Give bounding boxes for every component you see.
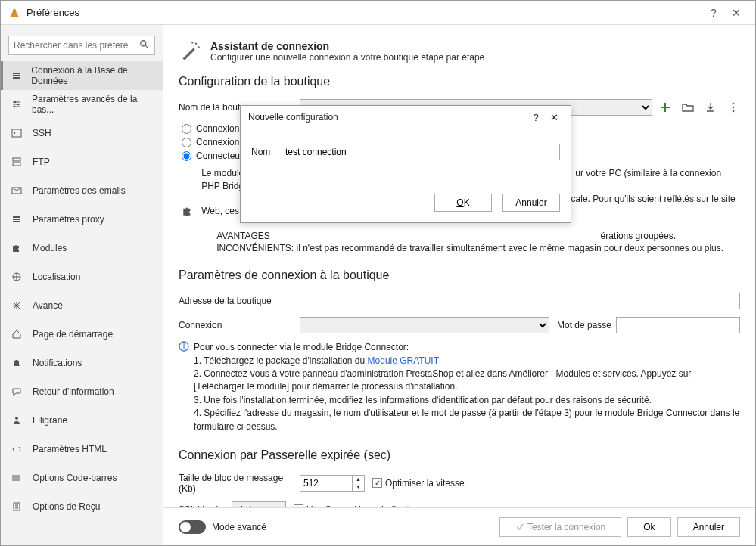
- password-label: Mot de passe: [557, 320, 611, 330]
- window-title: Préférences: [26, 7, 702, 18]
- bell-icon: [11, 357, 26, 369]
- sidebar-item-5[interactable]: Paramètres proxy: [1, 205, 163, 234]
- svg-rect-3: [13, 73, 20, 74]
- svg-rect-10: [13, 158, 20, 161]
- db-icon: [11, 70, 25, 82]
- dialog-close-icon[interactable]: ✕: [545, 112, 563, 123]
- block-size-spinner[interactable]: ▲▼: [300, 475, 365, 492]
- svg-point-23: [733, 107, 735, 109]
- mail-icon: [11, 185, 26, 197]
- sidebar-item-0[interactable]: Connexion à la Base de Données: [1, 61, 163, 90]
- test-connection-button[interactable]: Tester la connexion: [499, 517, 621, 537]
- dialog-cancel-button[interactable]: Annuler: [502, 194, 560, 212]
- sidebar-item-label: Paramètres avancés de la bas...: [32, 94, 155, 115]
- sidebar-item-label: Notifications: [33, 358, 82, 368]
- help-icon[interactable]: ?: [702, 7, 725, 19]
- connection-select[interactable]: [300, 317, 549, 333]
- sidebar-item-label: FTP: [33, 157, 50, 167]
- sidebar-item-label: Localisation: [33, 271, 80, 282]
- sidebar: Connexion à la Base de DonnéesParamètres…: [1, 25, 163, 545]
- ok-button[interactable]: Ok: [627, 517, 670, 537]
- app-logo-icon: [8, 7, 20, 19]
- globe-icon: [11, 271, 26, 283]
- sidebar-item-label: SSH: [33, 128, 51, 138]
- sidebar-item-2[interactable]: SSH: [1, 119, 163, 147]
- sidebar-item-label: Page de démarrage: [33, 329, 113, 340]
- advanced-mode-label: Mode avancé: [212, 522, 266, 532]
- svg-point-7: [17, 104, 20, 106]
- new-config-dialog: Nouvelle configuration ? ✕ Nom OK Annule…: [240, 105, 571, 223]
- sidebar-item-label: Retour d'information: [33, 386, 114, 397]
- svg-rect-5: [13, 77, 20, 79]
- dialog-title: Nouvelle configuration: [248, 112, 527, 123]
- sidebar-item-6[interactable]: Modules: [1, 234, 163, 262]
- gateway-section-title: Connexion par Passerelle expirée (sec): [179, 448, 740, 462]
- store-address-input[interactable]: [300, 293, 740, 309]
- sidebar-item-10[interactable]: Notifications: [1, 349, 163, 377]
- svg-point-1: [141, 40, 146, 45]
- store-address-label: Adresse de la boutique: [179, 296, 300, 306]
- cancel-button[interactable]: Annuler: [677, 517, 740, 537]
- titlebar: Préférences ? ✕: [1, 1, 755, 25]
- sidebar-item-label: Options Code-barres: [33, 473, 117, 483]
- svg-point-20: [198, 46, 199, 48]
- connection-label: Connexion: [179, 320, 300, 330]
- download-icon[interactable]: [704, 101, 717, 114]
- free-module-link[interactable]: Module GRATUIT: [368, 355, 439, 366]
- home-icon: [11, 328, 26, 340]
- svg-point-8: [14, 106, 16, 108]
- config-section-title: Configuration de la boutique: [179, 75, 740, 88]
- advanced-mode-toggle[interactable]: [179, 520, 206, 534]
- sidebar-item-1[interactable]: Paramètres avancés de la bas...: [1, 90, 163, 119]
- search-field[interactable]: [14, 40, 139, 51]
- open-folder-icon[interactable]: [681, 101, 695, 114]
- more-icon[interactable]: [726, 101, 740, 114]
- svg-point-22: [733, 103, 735, 105]
- sidebar-item-12[interactable]: Filigrane: [1, 406, 163, 435]
- dialog-help-icon[interactable]: ?: [527, 112, 545, 123]
- assistant-header: Assistant de connexion Configurer une no…: [179, 40, 740, 63]
- password-input[interactable]: [616, 317, 740, 333]
- sidebar-item-4[interactable]: Paramètres des emails: [1, 176, 163, 205]
- sidebar-item-14[interactable]: Options Code-barres: [1, 464, 163, 492]
- puzzle-icon: [11, 242, 26, 254]
- add-config-icon[interactable]: [658, 101, 672, 114]
- sidebar-item-label: Modules: [33, 243, 67, 253]
- spin-up-icon[interactable]: ▲: [353, 476, 364, 483]
- sidebar-item-8[interactable]: Avancé: [1, 291, 163, 320]
- dialog-ok-button[interactable]: OK: [434, 194, 492, 212]
- sidebar-item-label: Filigrane: [33, 415, 67, 426]
- sidebar-item-9[interactable]: Page de démarrage: [1, 320, 163, 349]
- svg-point-6: [14, 101, 17, 104]
- receipt-icon: [11, 501, 26, 513]
- search-input[interactable]: [8, 36, 155, 55]
- sidebar-item-11[interactable]: Retour d'information: [1, 377, 163, 406]
- html-icon: [11, 443, 26, 455]
- svg-rect-14: [13, 219, 20, 220]
- optimize-speed-checkbox[interactable]: ✓Optimiser la vitesse: [372, 478, 465, 489]
- sidebar-item-15[interactable]: Options de Reçu: [1, 492, 163, 521]
- sidebar-item-label: Connexion à la Base de Données: [31, 65, 155, 86]
- spin-down-icon[interactable]: ▼: [353, 483, 364, 491]
- sidebar-item-13[interactable]: Paramètres HTML: [1, 435, 163, 464]
- assistant-title: Assistant de connexion: [210, 40, 484, 52]
- assistant-subtitle: Configurer une nouvelle connexion à votr…: [210, 52, 484, 63]
- svg-point-24: [733, 110, 735, 113]
- footer: Mode avancé Tester la connexion Ok Annul…: [163, 507, 755, 545]
- content-pane: Assistant de connexion Configurer une no…: [163, 25, 755, 545]
- puzzle-icon: [182, 167, 195, 255]
- search-icon: [139, 39, 150, 52]
- sidebar-item-7[interactable]: Localisation: [1, 262, 163, 291]
- svg-rect-13: [13, 216, 20, 218]
- barcode-icon: [11, 472, 26, 484]
- sidebar-item-3[interactable]: FTP: [1, 147, 163, 176]
- wand-icon: [179, 40, 203, 61]
- close-icon[interactable]: ✕: [725, 7, 748, 19]
- terminal-icon: [11, 127, 26, 139]
- svg-rect-9: [12, 129, 21, 137]
- sidebar-item-label: Paramètres des emails: [33, 185, 126, 196]
- proxy-icon: [11, 213, 26, 225]
- dialog-name-input[interactable]: [282, 144, 560, 160]
- svg-rect-15: [13, 221, 20, 222]
- dialog-name-label: Nom: [251, 147, 282, 157]
